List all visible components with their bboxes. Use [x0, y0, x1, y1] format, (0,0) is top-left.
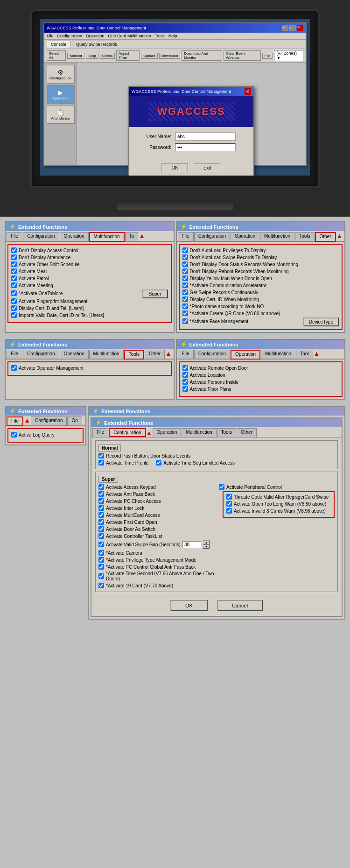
cb-onetomore-input[interactable]: [11, 290, 17, 296]
cb-imports-valid-input[interactable]: [11, 312, 17, 318]
cb-activate-meeting-input[interactable]: [11, 282, 17, 288]
tab-tool-r2[interactable]: Tool: [296, 350, 313, 359]
cb-remote-open-input[interactable]: [182, 365, 188, 371]
cb-door-switch-input[interactable]: [98, 526, 104, 532]
btn-monitor[interactable]: Monitor: [67, 53, 84, 59]
menu-configuration[interactable]: Configuration: [57, 34, 83, 38]
tab-other-l2[interactable]: Other: [145, 350, 165, 359]
cb-dont-display-access-input[interactable]: [11, 247, 17, 253]
tab-op-l1[interactable]: Operation: [60, 232, 89, 241]
cb-dont-display-attend-input[interactable]: [11, 254, 17, 260]
tab-other-r1[interactable]: Other: [315, 232, 336, 242]
cb-dont-autoload-priv-input[interactable]: [182, 247, 188, 253]
cb-record-push-input[interactable]: [98, 453, 104, 459]
cb-privilege-type-input[interactable]: [98, 557, 104, 563]
cb-active-log-input[interactable]: [11, 432, 17, 438]
tab-file-l1[interactable]: File: [7, 232, 22, 241]
maximize-btn[interactable]: □: [289, 25, 296, 31]
tab-multi-r1[interactable]: Multifunction: [260, 232, 294, 241]
btn-check[interactable]: Check: [100, 53, 115, 59]
tab-file-r1[interactable]: File: [178, 232, 194, 241]
cb-first-card-input[interactable]: [98, 519, 104, 525]
btn-download[interactable]: Download: [159, 53, 181, 59]
super-button-l1[interactable]: Super: [142, 289, 168, 298]
cb-fingerprint-input[interactable]: [11, 298, 17, 304]
sidebar-attendance[interactable]: 📋 Attendance: [47, 105, 75, 124]
sidebar-operation[interactable]: ▶ Operation: [47, 85, 75, 104]
tab-other-inner[interactable]: Other: [237, 428, 257, 437]
cb-time-profile-input[interactable]: [98, 460, 104, 466]
tab-op-r1[interactable]: Operation: [231, 232, 259, 241]
btn-clearwindow[interactable]: Clear Event Window: [224, 50, 260, 61]
cb-create-qr-input[interactable]: [182, 311, 188, 316]
zone-dropdown[interactable]: (All Zones) ▼: [274, 50, 303, 61]
tab-tools-inner[interactable]: Tools: [217, 428, 236, 437]
tab-console[interactable]: Console: [47, 41, 70, 48]
menu-onecard[interactable]: One Card Multifunction: [108, 34, 151, 38]
tab-config-l3[interactable]: Configuration: [31, 416, 67, 425]
cb-pc-check-input[interactable]: [98, 498, 104, 504]
cb-multicard-input[interactable]: [98, 512, 104, 518]
menu-file[interactable]: File: [47, 34, 54, 38]
cb-19card-input[interactable]: [98, 583, 104, 588]
tab-config-inner[interactable]: Configuration: [109, 428, 146, 437]
tab-file-l3[interactable]: File: [7, 416, 23, 426]
username-input[interactable]: [175, 133, 236, 141]
cb-face-input[interactable]: [182, 318, 188, 324]
btn-stop[interactable]: Stop: [86, 53, 98, 59]
minimize-btn[interactable]: ─: [282, 25, 288, 31]
cb-activate-patrol-input[interactable]: [11, 275, 17, 281]
btn-upload[interactable]: Upload: [141, 53, 157, 59]
tab-tools-l2[interactable]: Tools: [124, 350, 144, 360]
cb-get-swipe-input[interactable]: [182, 289, 188, 295]
cb-inter-lock-input[interactable]: [98, 505, 104, 511]
cb-display-yellow-input[interactable]: [182, 275, 188, 281]
tab-tools-r1[interactable]: Tools: [295, 232, 314, 241]
cb-camera-input[interactable]: [98, 550, 104, 556]
tab-multifunction-l1[interactable]: Multifunction: [89, 232, 125, 242]
tab-config-l1[interactable]: Configuration: [23, 232, 59, 241]
cb-display-cert-input[interactable]: [11, 305, 17, 311]
device-type-button[interactable]: DeviceType: [303, 318, 339, 326]
exit-button[interactable]: Exit: [194, 163, 221, 172]
tab-file-inner[interactable]: File: [92, 428, 108, 437]
cancel-button-main[interactable]: Cancel: [217, 600, 263, 611]
menu-operation[interactable]: Operation: [86, 34, 105, 38]
cb-access-keypad-input[interactable]: [98, 484, 104, 490]
menu-help[interactable]: Help: [168, 34, 177, 38]
tab-config-l2[interactable]: Configuration: [23, 350, 59, 359]
tab-multi-r2[interactable]: Multifunction: [261, 350, 295, 359]
tab-multi-l2[interactable]: Multifunction: [89, 350, 124, 359]
cb-floor-plans-input[interactable]: [182, 386, 188, 392]
spinbox-input[interactable]: [182, 541, 201, 548]
cb-persons-inside-input[interactable]: [182, 379, 188, 385]
cb-location-input[interactable]: [182, 372, 188, 378]
cb-peripheral-input[interactable]: [219, 484, 224, 490]
cb-open-too-long-input[interactable]: [226, 501, 232, 507]
password-input[interactable]: [175, 143, 236, 151]
cb-operator-mgmt-input[interactable]: [11, 365, 17, 371]
sidebar-configuration[interactable]: ⚙ Configuration: [47, 65, 75, 84]
tab-op-l2[interactable]: Operation: [60, 350, 89, 359]
tab-multi-inner[interactable]: Multifunction: [182, 428, 216, 437]
cb-activate-other-shift-input[interactable]: [11, 261, 17, 267]
btn-adjusttime[interactable]: Adjust Time: [116, 50, 140, 61]
tab-op-l3[interactable]: Op: [67, 416, 82, 425]
btn-selectall[interactable]: Select All: [47, 50, 66, 61]
menu-tools[interactable]: Tools: [155, 34, 165, 38]
tab-file-l2[interactable]: File: [7, 350, 22, 359]
cb-dont-display-door-input[interactable]: [182, 261, 188, 267]
cb-valid-swipe-input[interactable]: [98, 542, 104, 547]
cb-dont-autoload-swipe-input[interactable]: [182, 254, 188, 260]
cb-dont-display-reboot-input[interactable]: [182, 268, 188, 274]
tab-to-l1[interactable]: To: [125, 232, 139, 241]
tab-file-r2[interactable]: File: [178, 350, 194, 359]
cb-communication-accel-input[interactable]: [182, 282, 188, 288]
cb-activate-meal-input[interactable]: [11, 268, 17, 274]
ok-button-main[interactable]: OK: [170, 600, 208, 611]
tab-op-inner[interactable]: Operation: [153, 428, 182, 437]
tab-query[interactable]: Query Swipe Records: [72, 41, 121, 48]
cb-display-cert-monitor-input[interactable]: [182, 296, 188, 302]
tab-op-r2[interactable]: Operation: [231, 350, 260, 360]
btn-file[interactable]: File: [262, 53, 273, 59]
